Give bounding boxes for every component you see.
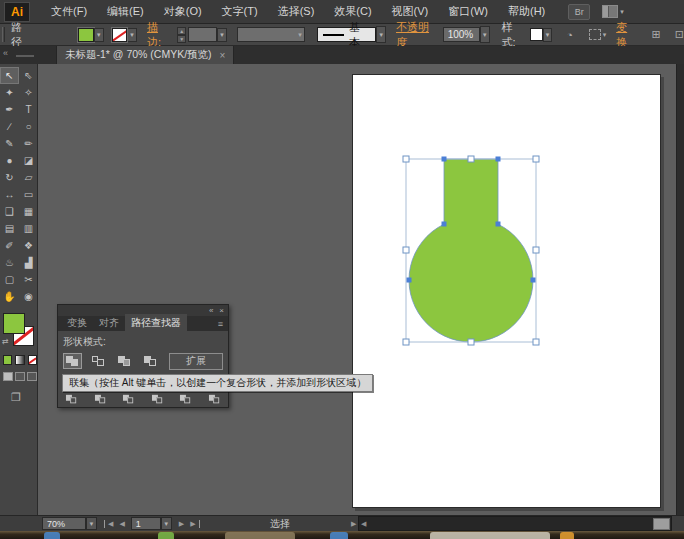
slice-tool[interactable]: ✂ [19,271,38,288]
zoom-value[interactable]: 70% [42,517,86,530]
lasso-tool[interactable]: ✧ [19,84,38,101]
fill-dropdown-button[interactable]: ▼ [94,28,104,42]
horizontal-scrollbar[interactable]: ◀ [358,516,672,531]
select-similar-icon[interactable] [589,29,601,40]
brush-definition-select[interactable]: 基本 [317,27,377,42]
symbol-sprayer-tool[interactable]: ♨ [0,254,19,271]
width-profile-select[interactable]: ▾ [237,27,305,42]
zoom-dropdown-button[interactable]: ▼ [86,517,97,530]
expand-button[interactable]: 扩展 [169,353,223,370]
color-button[interactable] [3,355,12,365]
last-artboard-icon[interactable]: ▶ [187,520,199,528]
eyedropper-tool[interactable]: ✐ [0,237,19,254]
stroke-weight-dropdown-button[interactable]: ▼ [217,28,227,42]
menu-item-7[interactable]: 窗口(W) [439,1,497,22]
ellipse-tool[interactable]: ○ [19,118,38,135]
pencil-tool[interactable]: ✏ [19,135,38,152]
draw-inside-icon[interactable] [27,372,37,381]
fill-color-swatch[interactable] [78,28,94,42]
opacity-dropdown-button[interactable]: ▼ [480,26,490,43]
style-dropdown-button[interactable]: ▼ [543,28,553,42]
rotate-tool[interactable]: ↻ [0,169,19,186]
opacity-value-field[interactable]: 100% [443,27,480,42]
chevron-down-icon[interactable]: ▾ [603,31,607,39]
vertical-scrollbar[interactable] [676,64,684,515]
stroke-color-swatch[interactable] [112,28,128,42]
pen-tool[interactable]: ✒ [0,101,19,118]
divide-button[interactable] [65,394,78,405]
stroke-weight-select[interactable] [188,27,217,42]
draw-normal-icon[interactable] [3,372,13,381]
menu-item-0[interactable]: 文件(F) [42,1,96,22]
arrange-icon[interactable]: ⊞ [652,28,661,41]
stroke-weight-stepper[interactable]: ▲ ▼ [177,27,186,43]
graph-tool[interactable]: ▟ [19,254,38,271]
minus-front-button[interactable] [89,353,108,369]
menu-item-4[interactable]: 选择(S) [269,1,324,22]
line-segment-tool[interactable]: ∕ [0,118,19,135]
magic-wand-tool[interactable]: ✦ [0,84,19,101]
unite-button[interactable] [63,353,82,369]
mesh-tool[interactable]: ▤ [0,220,19,237]
taskbar-app[interactable] [158,532,174,539]
taskbar-app[interactable] [560,532,574,539]
flask-shape[interactable] [409,159,533,342]
screen-mode-icon[interactable]: ❐ [11,391,37,404]
isolate-icon[interactable]: ⊡ [675,28,684,41]
transform-panel-link[interactable]: 变换 [616,20,637,50]
document-setup-icon[interactable]: ◔ [566,29,573,41]
merge-button[interactable] [122,394,135,405]
opacity-panel-link[interactable]: 不透明度 [396,20,439,50]
panel-collapse-icon[interactable]: « [209,306,213,315]
taskbar-app[interactable] [430,532,550,539]
tab-0[interactable]: 变换 [61,314,93,331]
type-tool[interactable]: T [19,101,38,118]
workspace-switcher[interactable]: ▾ [602,5,624,18]
exclude-button[interactable] [141,353,160,369]
none-button[interactable] [28,355,37,365]
taskbar-app[interactable] [44,532,60,539]
minus-back-button[interactable] [208,394,221,405]
blend-tool[interactable]: ❖ [19,237,38,254]
blob-brush-tool[interactable]: ● [0,152,19,169]
direct-selection-tool[interactable]: ⇖ [19,67,38,84]
shape-builder-tool[interactable]: ❑ [0,203,19,220]
canvas[interactable] [38,64,676,515]
free-transform-tool[interactable]: ▭ [19,186,38,203]
style-swatch[interactable] [530,28,543,41]
draw-behind-icon[interactable] [15,372,25,381]
trim-button[interactable] [94,394,107,405]
tab-2[interactable]: 路径查找器 [125,314,187,331]
eraser-tool[interactable]: ◪ [19,152,38,169]
paintbrush-tool[interactable]: ✎ [0,135,19,152]
close-icon[interactable]: × [220,50,226,61]
perspective-grid-tool[interactable]: ▦ [19,203,38,220]
next-artboard-icon[interactable]: ▶ [176,520,187,528]
gradient-button[interactable] [15,355,24,365]
outline-button[interactable] [179,394,192,405]
swap-fill-stroke-icon[interactable]: ⇄ [2,337,9,346]
taskbar-app[interactable] [225,532,295,539]
stroke-panel-link[interactable]: 描边: [147,20,171,50]
selection-tool[interactable]: ↖ [0,67,19,84]
width-tool[interactable]: ↔ [0,186,19,203]
panel-menu-icon[interactable]: ≡ [218,319,223,329]
fill-proxy-swatch[interactable] [3,313,25,334]
stepper-up-icon[interactable]: ▲ [177,27,186,35]
intersect-button[interactable] [115,353,134,369]
document-tab[interactable]: 未标题-1* @ 70% (CMYK/预览) × [56,46,234,64]
first-artboard-icon[interactable]: ◀ [104,520,116,528]
toolbar-grip[interactable] [16,55,34,57]
stroke-dropdown-button[interactable]: ▼ [127,28,137,42]
controlbar-grip[interactable] [2,27,5,42]
brush-dropdown-button[interactable]: ▼ [376,26,386,43]
zoom-tool[interactable]: ◉ [19,288,38,305]
toolbar-collapse-icon[interactable]: « [3,48,7,58]
zoom-control[interactable]: 70% ▼ [42,517,97,530]
previous-artboard-icon[interactable]: ◀ [116,520,127,528]
horizontal-scroll-thumb[interactable] [653,518,670,530]
menu-item-1[interactable]: 编辑(E) [98,1,153,22]
artboard-number-field[interactable]: 1 [131,517,161,530]
panel-close-icon[interactable]: × [219,306,224,315]
artboard-dropdown-button[interactable]: ▼ [161,517,172,530]
